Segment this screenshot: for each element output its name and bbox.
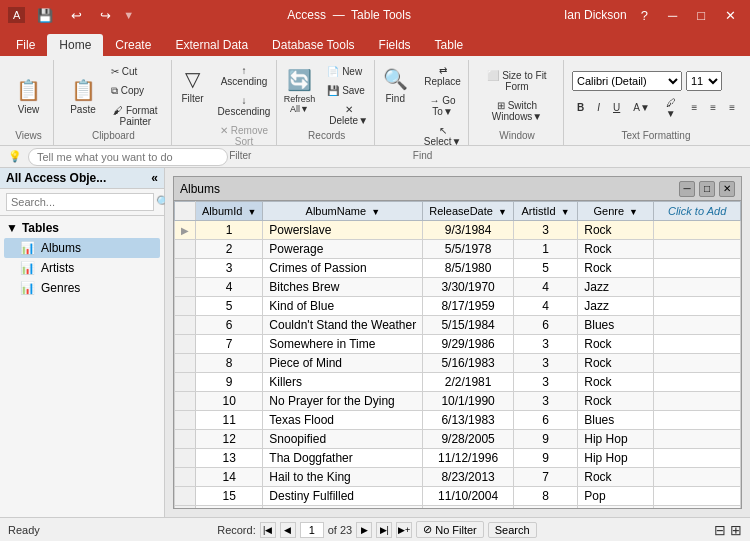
asc-btn[interactable]: ↑ Ascending: [213, 62, 276, 90]
cell-artistid: 4: [513, 278, 577, 297]
table-row[interactable]: 15Destiny Fulfilled11/10/20048Pop: [175, 487, 741, 506]
tables-section-header[interactable]: ▼ Tables: [4, 218, 160, 238]
tab-database-tools[interactable]: Database Tools: [260, 34, 367, 56]
col-artistid-header[interactable]: ArtistId ▼: [513, 202, 577, 221]
artists-table-icon: 📊: [20, 261, 35, 275]
user-name: Ian Dickson: [564, 8, 627, 22]
table-row[interactable]: 7Somewhere in Time9/29/19863Rock: [175, 335, 741, 354]
cell-artistid: 3: [513, 354, 577, 373]
save-title-btn[interactable]: 💾: [31, 6, 59, 25]
cell-albumname: Snoopified: [263, 430, 423, 449]
table-row[interactable]: 9Killers2/2/19813Rock: [175, 373, 741, 392]
align-right-btn[interactable]: ≡: [724, 99, 740, 116]
record-number-input[interactable]: [300, 522, 324, 538]
remove-sort-btn[interactable]: ✕ Remove Sort: [213, 122, 276, 150]
tab-external-data[interactable]: External Data: [163, 34, 260, 56]
delete-record-btn[interactable]: ✕ Delete▼: [322, 101, 375, 129]
copy-btn[interactable]: ⧉ Copy: [106, 82, 165, 100]
table-row[interactable]: 11Texas Flood6/13/19836Blues: [175, 411, 741, 430]
view-btn[interactable]: 📋 View: [9, 73, 48, 120]
table-row[interactable]: 14Hail to the King8/23/20137Rock: [175, 468, 741, 487]
replace-btn[interactable]: ⇄ Replace: [417, 62, 468, 90]
filter-btn[interactable]: ▽ Filter: [175, 62, 211, 109]
next-record-btn[interactable]: ▶: [356, 522, 372, 538]
last-record-btn[interactable]: ▶|: [376, 522, 392, 538]
bold-btn[interactable]: B: [572, 99, 589, 116]
tab-fields[interactable]: Fields: [367, 34, 423, 56]
no-filter-btn[interactable]: ⊘ No Filter: [416, 521, 484, 538]
table-close-btn[interactable]: ✕: [719, 181, 735, 197]
col-genre-header[interactable]: Genre ▼: [578, 202, 654, 221]
help-btn[interactable]: ?: [635, 6, 654, 25]
tab-home[interactable]: Home: [47, 34, 103, 56]
align-left-btn[interactable]: ≡: [686, 99, 702, 116]
switch-windows-btn[interactable]: ⊞ Switch Windows▼: [477, 97, 557, 125]
close-btn[interactable]: ✕: [719, 6, 742, 25]
cell-releasedate: 9/29/1986: [423, 335, 514, 354]
table-row[interactable]: 8Piece of Mind5/16/19833Rock: [175, 354, 741, 373]
view-pivottable-icon[interactable]: ⊞: [730, 522, 742, 538]
cell-add: [654, 240, 741, 259]
table-row[interactable]: 3Crimes of Passion8/5/19805Rock: [175, 259, 741, 278]
table-row[interactable]: 5Kind of Blue8/17/19594Jazz: [175, 297, 741, 316]
table-restore-btn[interactable]: □: [699, 181, 715, 197]
cell-genre: Rock: [578, 392, 654, 411]
font-selector[interactable]: Calibri (Detail): [572, 71, 682, 91]
records-btns: 🔄 RefreshAll▼ 📄 New 💾 Save ✕ Delete▼: [279, 63, 375, 129]
search-btn[interactable]: Search: [488, 522, 537, 538]
col-albumid-header[interactable]: AlbumId ▼: [196, 202, 263, 221]
find-btn[interactable]: 🔍 Find: [377, 62, 413, 150]
sidebar-toggle-icon[interactable]: «: [151, 171, 158, 185]
col-albumname-header[interactable]: AlbumName ▼: [263, 202, 423, 221]
select-btn[interactable]: ↖ Select▼: [417, 122, 468, 150]
sort-arrow-date: ▼: [498, 207, 507, 217]
paste-btn[interactable]: 📋 Paste: [62, 73, 104, 120]
sidebar-item-genres[interactable]: 📊 Genres: [4, 278, 160, 298]
table-titlebar: Albums ─ □ ✕: [174, 177, 741, 201]
table-row[interactable]: 2Powerage5/5/19781Rock: [175, 240, 741, 259]
col-add-header[interactable]: Click to Add: [654, 202, 741, 221]
table-header-row: AlbumId ▼ AlbumName ▼ ReleaseDate ▼: [175, 202, 741, 221]
table-row[interactable]: ▶1Powerslave9/3/19843Rock: [175, 221, 741, 240]
table-row[interactable]: 6Couldn't Stand the Weather5/15/19846Blu…: [175, 316, 741, 335]
new-record-nav-btn[interactable]: ▶+: [396, 522, 412, 538]
desc-btn[interactable]: ↓ Descending: [213, 92, 276, 120]
redo-title-btn[interactable]: ↪: [94, 6, 117, 25]
table-row[interactable]: 4Bitches Brew3/30/19704Jazz: [175, 278, 741, 297]
tab-table[interactable]: Table: [423, 34, 476, 56]
align-center-btn[interactable]: ≡: [705, 99, 721, 116]
table-row[interactable]: 13Tha Doggfather11/12/19969Hip Hop: [175, 449, 741, 468]
tab-file[interactable]: File: [4, 34, 47, 56]
minimize-btn[interactable]: ─: [662, 6, 683, 25]
underline-btn[interactable]: U: [608, 99, 625, 116]
font-size-selector[interactable]: 11: [686, 71, 722, 91]
new-record-btn[interactable]: 📄 New: [322, 63, 375, 80]
table-row[interactable]: 10No Prayer for the Dying10/1/19903Rock: [175, 392, 741, 411]
font-color-btn[interactable]: A▼: [628, 99, 655, 116]
sidebar-item-albums[interactable]: 📊 Albums: [4, 238, 160, 258]
highlight-btn[interactable]: 🖊▼: [658, 94, 684, 122]
size-fit-btn[interactable]: ⬜ Size to Fit Form: [477, 67, 557, 95]
table-container[interactable]: AlbumId ▼ AlbumName ▼ ReleaseDate ▼: [174, 201, 741, 508]
refresh-btn[interactable]: 🔄 RefreshAll▼: [279, 63, 321, 129]
sidebar-item-artists[interactable]: 📊 Artists: [4, 258, 160, 278]
table-minimize-btn[interactable]: ─: [679, 181, 695, 197]
maximize-btn[interactable]: □: [691, 6, 711, 25]
italic-btn[interactable]: I: [592, 99, 605, 116]
format-painter-btn[interactable]: 🖌 Format Painter: [106, 102, 165, 130]
col-releasedate-header[interactable]: ReleaseDate ▼: [423, 202, 514, 221]
cell-add: [654, 259, 741, 278]
cut-btn[interactable]: ✂ Cut: [106, 63, 165, 80]
table-row[interactable]: 12Snoopified9/28/20059Hip Hop: [175, 430, 741, 449]
window-label: Window: [499, 130, 535, 143]
prev-record-btn[interactable]: ◀: [280, 522, 296, 538]
sidebar-search-input[interactable]: [6, 193, 154, 211]
first-record-btn[interactable]: |◀: [260, 522, 276, 538]
view-datasheet-icon[interactable]: ⊟: [714, 522, 726, 538]
save-record-btn[interactable]: 💾 Save: [322, 82, 375, 99]
tell-me-input[interactable]: [28, 148, 228, 166]
table-row[interactable]: 16Bush5/12/20159Hip Hop: [175, 506, 741, 509]
tab-create[interactable]: Create: [103, 34, 163, 56]
goto-btn[interactable]: → Go To▼: [417, 92, 468, 120]
undo-title-btn[interactable]: ↩: [65, 6, 88, 25]
